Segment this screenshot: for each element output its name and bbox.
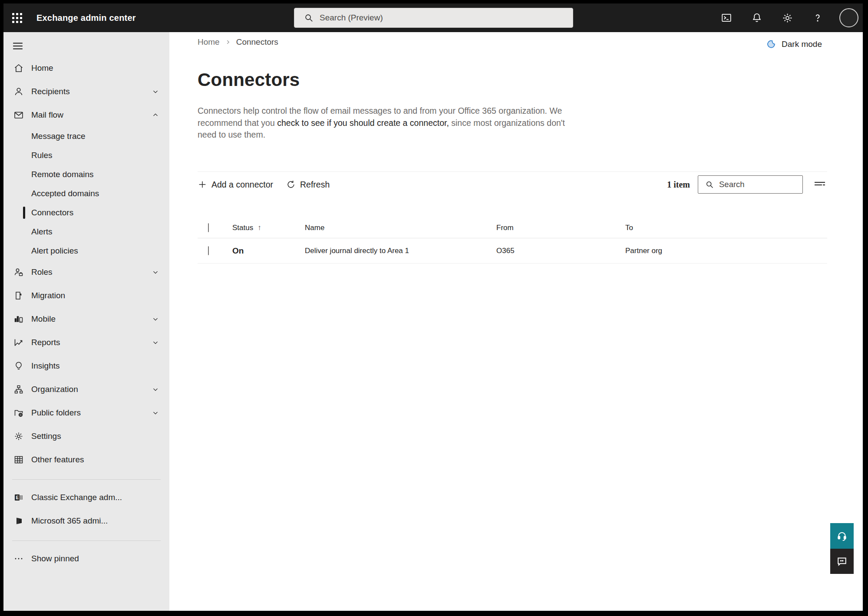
sidebar-divider bbox=[12, 479, 161, 480]
sidebar-item-label: Rules bbox=[31, 151, 53, 160]
sidebar-item-alerts[interactable]: Alerts bbox=[3, 222, 169, 241]
plus-icon bbox=[198, 180, 207, 189]
sidebar-item-label: Remote domains bbox=[31, 170, 94, 179]
exchange-admin-window: Exchange admin center Search (Preview) bbox=[3, 3, 863, 611]
sidebar-item-remote-domains[interactable]: Remote domains bbox=[3, 165, 169, 184]
microsoft-365-icon bbox=[13, 515, 24, 527]
powershell-button[interactable] bbox=[718, 9, 735, 26]
dark-mode-label: Dark mode bbox=[782, 40, 822, 49]
help-icon bbox=[812, 12, 823, 23]
column-header-name[interactable]: Name bbox=[305, 224, 496, 232]
column-header-to[interactable]: To bbox=[625, 224, 827, 232]
feedback-button[interactable] bbox=[830, 549, 854, 574]
dark-mode-toggle[interactable]: Dark mode bbox=[766, 39, 822, 49]
sidebar-item-message-trace[interactable]: Message trace bbox=[3, 127, 169, 146]
sort-ascending-icon: ↑ bbox=[257, 224, 261, 232]
account-avatar[interactable] bbox=[839, 8, 858, 27]
list-search-placeholder: Search bbox=[719, 180, 745, 189]
sidebar-item-mail-flow[interactable]: Mail flow bbox=[3, 103, 169, 127]
sidebar-item-classic-exchange[interactable]: E Classic Exchange adm... bbox=[3, 486, 169, 509]
notifications-button[interactable] bbox=[748, 9, 766, 26]
sidebar-item-label: Migration bbox=[31, 291, 65, 300]
global-search-input[interactable]: Search (Preview) bbox=[294, 8, 573, 28]
sidebar-item-roles[interactable]: Roles bbox=[3, 260, 169, 284]
filter-icon bbox=[814, 180, 826, 189]
description-link[interactable]: check to see if you should create a conn… bbox=[277, 118, 449, 128]
sidebar-item-home[interactable]: Home bbox=[3, 56, 169, 80]
ellipsis-icon bbox=[13, 553, 24, 564]
sidebar-item-m365-admin[interactable]: Microsoft 365 admi... bbox=[3, 509, 169, 533]
gear-icon bbox=[13, 431, 24, 442]
classic-exchange-icon: E bbox=[13, 492, 24, 503]
column-header-status[interactable]: Status bbox=[232, 224, 253, 232]
speech-bubble-icon bbox=[836, 555, 848, 567]
filter-button[interactable] bbox=[812, 177, 827, 192]
row-checkbox[interactable] bbox=[208, 246, 209, 255]
breadcrumb-home-link[interactable]: Home bbox=[198, 37, 220, 47]
migration-icon bbox=[13, 290, 24, 301]
sidebar-item-label: Mobile bbox=[31, 314, 56, 324]
table-header: Status ↑ Name From To bbox=[198, 217, 827, 238]
refresh-label: Refresh bbox=[300, 180, 330, 190]
sidebar-item-label: Alert policies bbox=[31, 246, 78, 256]
search-icon bbox=[304, 13, 314, 23]
breadcrumb-chevron-icon bbox=[225, 39, 231, 45]
sidebar-item-label: Mail flow bbox=[31, 110, 63, 120]
sidebar-item-insights[interactable]: Insights bbox=[3, 354, 169, 378]
home-icon bbox=[13, 63, 24, 74]
headset-icon bbox=[836, 530, 848, 542]
sidebar-item-organization[interactable]: Organization bbox=[3, 378, 169, 401]
sidebar-item-mobile[interactable]: Mobile bbox=[3, 307, 169, 331]
sidebar-item-accepted-domains[interactable]: Accepted domains bbox=[3, 184, 169, 203]
sidebar-item-label: Public folders bbox=[31, 408, 81, 418]
sidebar-item-label: Accepted domains bbox=[31, 189, 99, 198]
breadcrumb: Home Connectors bbox=[198, 37, 278, 47]
column-header-from[interactable]: From bbox=[496, 224, 625, 232]
page-description: Connectors help control the flow of emai… bbox=[198, 105, 569, 141]
app-launcher-button[interactable] bbox=[3, 3, 30, 32]
sidebar-item-other-features[interactable]: Other features bbox=[3, 448, 169, 471]
org-chart-icon bbox=[13, 384, 24, 395]
sidebar-item-reports[interactable]: Reports bbox=[3, 331, 169, 354]
sidebar-item-settings[interactable]: Settings bbox=[3, 425, 169, 448]
add-connector-button[interactable]: Add a connector bbox=[198, 180, 273, 190]
sidebar-item-show-pinned[interactable]: Show pinned bbox=[3, 547, 169, 570]
sidebar-item-public-folders[interactable]: Public folders bbox=[3, 401, 169, 425]
chevron-down-icon bbox=[151, 315, 160, 323]
sidebar-item-label: Home bbox=[31, 63, 53, 73]
toolbar-divider bbox=[198, 171, 827, 172]
sidebar-item-label: Other features bbox=[31, 455, 84, 464]
sidebar-item-migration[interactable]: Migration bbox=[3, 284, 169, 307]
sidebar-item-rules[interactable]: Rules bbox=[3, 146, 169, 165]
left-nav: Home Recipients Mail flow Message trace … bbox=[3, 32, 169, 611]
sidebar-item-alert-policies[interactable]: Alert policies bbox=[3, 241, 169, 260]
add-connector-label: Add a connector bbox=[211, 180, 273, 190]
moon-icon bbox=[766, 39, 776, 49]
row-name[interactable]: Deliver journal directly to Area 1 bbox=[305, 247, 496, 255]
row-from: O365 bbox=[496, 247, 625, 255]
sidebar-item-label: Classic Exchange adm... bbox=[31, 493, 122, 502]
roles-icon bbox=[13, 267, 24, 278]
gear-icon bbox=[782, 12, 793, 24]
nav-collapse-button[interactable] bbox=[12, 38, 30, 54]
help-button[interactable] bbox=[809, 9, 826, 26]
sidebar-item-label: Message trace bbox=[31, 132, 86, 141]
public-folder-icon bbox=[13, 407, 24, 418]
select-all-checkbox[interactable] bbox=[208, 223, 209, 232]
sidebar-item-label: Connectors bbox=[31, 208, 73, 217]
top-bar: Exchange admin center Search (Preview) bbox=[3, 3, 863, 32]
search-icon bbox=[705, 180, 714, 189]
refresh-button[interactable]: Refresh bbox=[286, 180, 330, 190]
refresh-icon bbox=[286, 180, 296, 189]
sidebar-item-connectors[interactable]: Connectors bbox=[3, 203, 169, 222]
support-button[interactable] bbox=[830, 523, 854, 549]
chevron-up-icon bbox=[151, 111, 160, 119]
table-row[interactable]: On Deliver journal directly to Area 1 O3… bbox=[198, 238, 827, 264]
list-search-input[interactable]: Search bbox=[698, 175, 803, 194]
powershell-icon bbox=[721, 12, 732, 23]
breadcrumb-current: Connectors bbox=[236, 37, 278, 47]
sidebar-item-recipients[interactable]: Recipients bbox=[3, 80, 169, 103]
list-toolbar: Add a connector Refresh 1 item Search bbox=[198, 175, 827, 194]
settings-button-top[interactable] bbox=[779, 9, 796, 26]
chevron-down-icon bbox=[151, 338, 160, 347]
